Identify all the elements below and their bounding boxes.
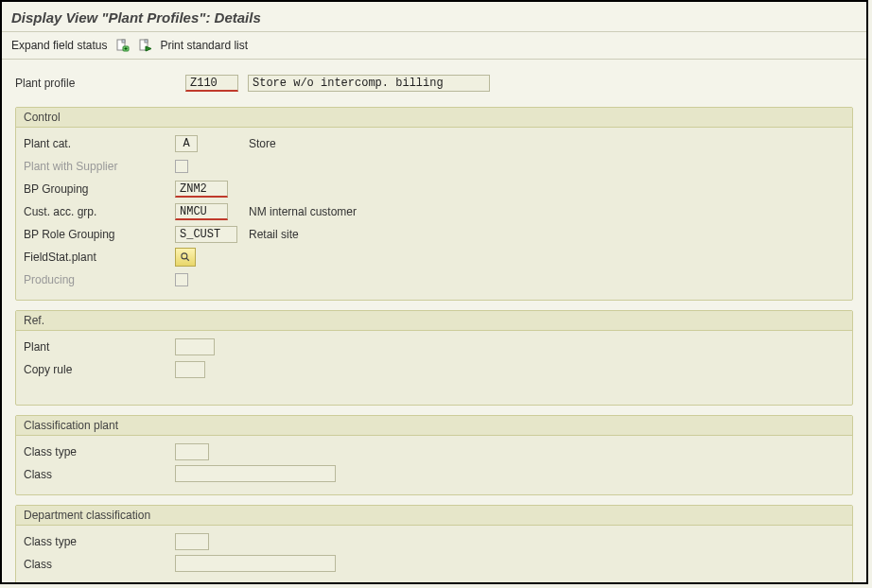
dept-class-class-field[interactable] xyxy=(175,555,336,572)
cust-acc-grp-description: NM internal customer xyxy=(249,205,357,218)
plant-with-supplier-label: Plant with Supplier xyxy=(24,160,175,173)
plant-with-supplier-row: Plant with Supplier xyxy=(24,156,845,177)
class-plant-class-type-row: Class type xyxy=(24,441,845,462)
class-plant-class-label: Class xyxy=(24,468,175,481)
toolbar: Expand field status Print standard list xyxy=(2,32,866,60)
cust-acc-grp-row: Cust. acc. grp. NMCU NM internal custome… xyxy=(24,201,845,222)
print-standard-list-button[interactable]: Print standard list xyxy=(160,39,248,52)
bp-role-grouping-row: BP Role Grouping S_CUST Retail site xyxy=(24,224,845,245)
page-title: Display View "Plant Profiles": Details xyxy=(2,2,866,32)
producing-label: Producing xyxy=(24,273,175,286)
bp-role-grouping-label: BP Role Grouping xyxy=(24,228,175,241)
bp-grouping-row: BP Grouping ZNM2 xyxy=(24,179,845,199)
document-next-icon[interactable] xyxy=(137,38,152,53)
classification-plant-title: Classification plant xyxy=(16,416,852,436)
control-group: Control Plant cat. A Store Plant with Su… xyxy=(15,107,853,301)
svg-marker-7 xyxy=(146,46,151,51)
bp-grouping-field[interactable]: ZNM2 xyxy=(175,181,228,198)
cust-acc-grp-label: Cust. acc. grp. xyxy=(24,205,175,218)
plant-cat-row: Plant cat. A Store xyxy=(24,133,845,154)
class-plant-class-field[interactable] xyxy=(175,465,336,482)
producing-row: Producing xyxy=(24,269,845,290)
class-plant-class-type-label: Class type xyxy=(24,445,175,458)
magnifier-icon xyxy=(180,251,191,263)
ref-group: Ref. Plant Copy rule xyxy=(15,310,853,406)
dept-class-class-label: Class xyxy=(24,558,175,571)
svg-point-8 xyxy=(182,253,187,259)
producing-checkbox[interactable] xyxy=(175,273,188,286)
bp-role-grouping-field[interactable]: S_CUST xyxy=(175,226,237,243)
ref-plant-label: Plant xyxy=(24,340,175,354)
app-window: Display View "Plant Profiles": Details E… xyxy=(0,0,868,584)
plant-profile-field[interactable]: Z110 xyxy=(185,75,238,92)
department-classification-title: Department classification xyxy=(16,506,852,526)
body-area: Plant profile Z110 Store w/o intercomp. … xyxy=(2,60,866,584)
copy-rule-row: Copy rule xyxy=(24,359,845,380)
dept-class-class-row: Class xyxy=(24,554,845,575)
bp-grouping-label: BP Grouping xyxy=(24,182,175,196)
copy-rule-label: Copy rule xyxy=(24,363,175,376)
ref-plant-field[interactable] xyxy=(175,338,215,355)
plant-profile-label: Plant profile xyxy=(15,77,129,90)
plant-profile-description-field[interactable]: Store w/o intercomp. billing xyxy=(248,75,490,92)
cust-acc-grp-field[interactable]: NMCU xyxy=(175,203,228,220)
plant-with-supplier-checkbox[interactable] xyxy=(175,160,188,173)
plant-profile-row: Plant profile Z110 Store w/o intercomp. … xyxy=(9,69,859,101)
dept-class-class-type-label: Class type xyxy=(24,535,175,548)
dept-class-class-type-row: Class type xyxy=(24,531,845,552)
svg-rect-1 xyxy=(122,40,125,43)
field-stat-plant-label: FieldStat.plant xyxy=(24,251,175,264)
control-group-title: Control xyxy=(16,108,852,128)
svg-rect-6 xyxy=(145,40,148,43)
class-plant-class-row: Class xyxy=(24,464,845,485)
svg-line-9 xyxy=(186,258,189,261)
bp-role-grouping-description: Retail site xyxy=(249,228,299,241)
copy-rule-field[interactable] xyxy=(175,361,205,378)
department-classification-group: Department classification Class type Cla… xyxy=(15,505,853,584)
plant-cat-field[interactable]: A xyxy=(175,135,198,152)
dept-class-class-type-field[interactable] xyxy=(175,533,209,550)
ref-group-title: Ref. xyxy=(16,311,852,331)
ref-plant-row: Plant xyxy=(24,337,845,357)
field-stat-plant-search-button[interactable] xyxy=(175,248,196,267)
expand-field-status-button[interactable]: Expand field status xyxy=(11,39,107,52)
classification-plant-group: Classification plant Class type Class xyxy=(15,415,853,495)
document-new-icon[interactable] xyxy=(114,38,130,53)
class-plant-class-type-field[interactable] xyxy=(175,443,209,460)
plant-cat-label: Plant cat. xyxy=(24,137,175,150)
plant-cat-description: Store xyxy=(249,137,276,150)
field-stat-plant-row: FieldStat.plant xyxy=(24,247,845,268)
